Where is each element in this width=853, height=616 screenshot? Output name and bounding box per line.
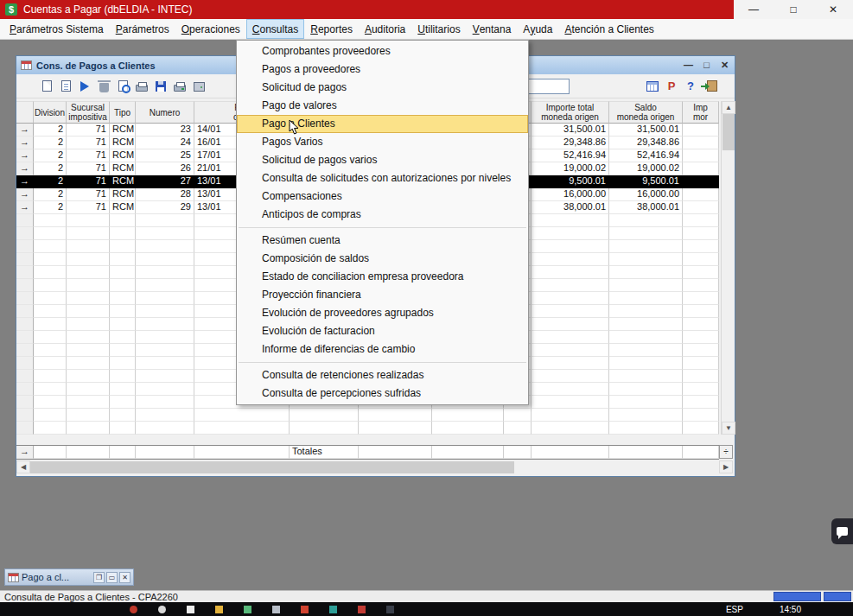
save-button[interactable]	[151, 76, 170, 96]
menu-item-pagos-a-proveedores[interactable]: Pagos a proveedores	[237, 60, 528, 79]
grid-cell	[683, 124, 719, 137]
child-maximize-button[interactable]: □	[701, 60, 712, 71]
grid-cell	[683, 396, 719, 409]
taskbar-icon-4[interactable]	[215, 606, 223, 613]
menu-item-estado-de-conciliacion-empresa-proveedora[interactable]: Estado de conciliacion empresa proveedor…	[237, 268, 528, 286]
child-close-button[interactable]: ✕	[719, 60, 730, 71]
new-button[interactable]	[37, 76, 56, 96]
minwin-restore-button[interactable]: ❐	[93, 572, 105, 583]
menubar-item-atencion-a-clientes[interactable]: Atención a Clientes	[558, 19, 659, 39]
taskbar-icon-3[interactable]	[187, 606, 194, 613]
grid-cell	[609, 253, 683, 266]
taskbar-icon-9[interactable]	[358, 606, 366, 613]
preview-button[interactable]	[113, 76, 132, 96]
menu-item-pagos-varios[interactable]: Pagos Varios	[237, 133, 528, 151]
menu-item-composicion-de-saldos[interactable]: Composición de saldos	[237, 250, 528, 268]
overlay-chat-button[interactable]	[831, 518, 853, 544]
horizontal-scroll-thumb[interactable]	[30, 461, 514, 473]
grid-cell	[532, 422, 609, 435]
menu-item-solicitud-de-pagos[interactable]: Solicitud de pagos	[237, 79, 528, 97]
help-button[interactable]: ?	[681, 76, 700, 96]
run-button[interactable]	[75, 76, 94, 96]
grid-cell	[136, 396, 194, 409]
edit-button[interactable]	[56, 76, 75, 96]
grid-cell	[683, 422, 719, 435]
menu-item-proyeccion-financiera[interactable]: Proyección financiera	[237, 286, 528, 304]
minwin-close-button[interactable]: ✕	[119, 572, 130, 583]
minimize-button[interactable]: —	[734, 0, 773, 19]
taskbar-icon-7[interactable]	[301, 606, 309, 613]
taskbar-icon-6[interactable]	[272, 606, 280, 613]
grid-cell: 2	[34, 137, 67, 149]
minwin-maximize-button[interactable]: ▭	[106, 572, 118, 583]
grid-cell	[609, 409, 683, 422]
exit-button[interactable]	[700, 76, 719, 96]
menu-item-resumen-cuenta[interactable]: Resúmen cuenta	[237, 232, 528, 250]
grid-cell	[609, 446, 683, 459]
child-minimize-button[interactable]: —	[683, 60, 694, 71]
menubar-item-utilitarios[interactable]: Utilitarios	[411, 19, 466, 39]
grid-cell	[532, 253, 609, 266]
grid-empty-row[interactable]	[16, 422, 719, 435]
menubar-item-ventana[interactable]: Ventana	[467, 19, 518, 39]
totals-row-inner[interactable]: →Totales	[16, 446, 719, 459]
menu-item-consulta-de-percepciones-sufridas[interactable]: Consulta de percepciones sufridas	[237, 384, 528, 403]
menubar-item-parametros-sistema[interactable]: Parámetros Sistema	[3, 19, 110, 39]
grid-cell	[136, 240, 194, 253]
maximize-button[interactable]: □	[773, 0, 813, 19]
totals-spin-button[interactable]: ÷	[719, 445, 733, 459]
partner-button[interactable]: P	[662, 76, 681, 96]
menu-item-evolucion-de-facturacion[interactable]: Evolución de facturacion	[237, 322, 528, 340]
grid-cell: 29,348.86	[609, 137, 683, 149]
menu-item-pago-de-valores[interactable]: Pago de valores	[237, 97, 528, 115]
taskbar-clock[interactable]: 14:50	[780, 605, 801, 614]
menu-item-informe-de-diferencias-de-cambio[interactable]: Informe de diferencias de cambio	[237, 340, 528, 359]
grid-cell: 19,000.02	[609, 162, 683, 175]
menubar-item-parametros[interactable]: Parámetros	[110, 19, 175, 39]
menubar-item-ayuda[interactable]: Ayuda	[517, 19, 558, 39]
minimized-window-pago[interactable]: Pago a cl... ❐▭✕	[4, 568, 134, 586]
grid-cell	[683, 409, 719, 422]
grid-cell: 2	[34, 201, 67, 214]
taskbar-language[interactable]: ESP	[726, 605, 743, 614]
menu-item-comprobantes-proveedores[interactable]: Comprobantes proveedores	[237, 42, 528, 60]
menubar-item-operaciones[interactable]: Operaciones	[175, 19, 246, 39]
taskbar-icon-5[interactable]	[244, 606, 251, 613]
scroll-up-button[interactable]: ▲	[722, 101, 735, 114]
taskbar-icon-1[interactable]	[130, 606, 137, 613]
grid-horizontal-scrollbar[interactable]: ◀ ▶	[16, 460, 733, 474]
menubar-item-reportes[interactable]: Reportes	[304, 19, 359, 39]
menubar-item-consultas[interactable]: Consultas	[246, 19, 304, 39]
menu-item-consulta-de-solicitudes-con-autorizaciones-por-niveles[interactable]: Consulta de solicitudes con autorizacion…	[237, 169, 528, 187]
print-button[interactable]	[132, 76, 151, 96]
grid-empty-row[interactable]	[16, 409, 719, 422]
taskbar-icon-2[interactable]	[158, 606, 166, 613]
statusbar-text: Consulta de Pagos a Clientes - CPA2260	[4, 592, 178, 602]
close-button[interactable]: ✕	[813, 0, 853, 19]
grid-cell	[136, 227, 194, 240]
menu-item-consulta-de-retenciones-realizadas[interactable]: Consulta de retenciones realizadas	[237, 366, 528, 384]
print-setup-button[interactable]	[170, 76, 189, 96]
row-marker	[16, 227, 34, 240]
delete-button[interactable]	[94, 76, 113, 96]
grid-cell	[136, 383, 194, 396]
scroll-right-button[interactable]: ▶	[719, 460, 733, 473]
menu-item-compensaciones[interactable]: Compensaciones	[237, 187, 528, 206]
menubar-item-auditoria[interactable]: Auditoria	[359, 19, 411, 39]
grid-vertical-scrollbar[interactable]: ▲ ▼	[721, 101, 735, 435]
taskbar-icon-10[interactable]	[386, 606, 394, 613]
menu-item-solicitud-de-pagos-varios[interactable]: Solicitud de pagos varios	[237, 151, 528, 169]
scroll-down-button[interactable]: ▼	[722, 422, 735, 435]
menu-item-anticipos-de-compras[interactable]: Anticipos de compras	[237, 206, 528, 224]
scroll-left-button[interactable]: ◀	[16, 460, 30, 473]
menu-item-evolucion-de-proveedores-agrupados[interactable]: Evolución de proveedores agrupados	[237, 304, 528, 322]
grid-cell	[683, 383, 719, 396]
taskbar-icon-8[interactable]	[329, 606, 337, 613]
grid-cell: 9,500.01	[609, 175, 683, 188]
menu-item-pago-a-clientes[interactable]: Pago a Clientes	[237, 115, 528, 133]
row-marker	[16, 383, 34, 396]
grid-view-button[interactable]	[643, 76, 662, 96]
export-button[interactable]	[189, 76, 208, 96]
grid-cell	[67, 370, 110, 383]
vertical-scroll-thumb[interactable]	[723, 114, 735, 150]
